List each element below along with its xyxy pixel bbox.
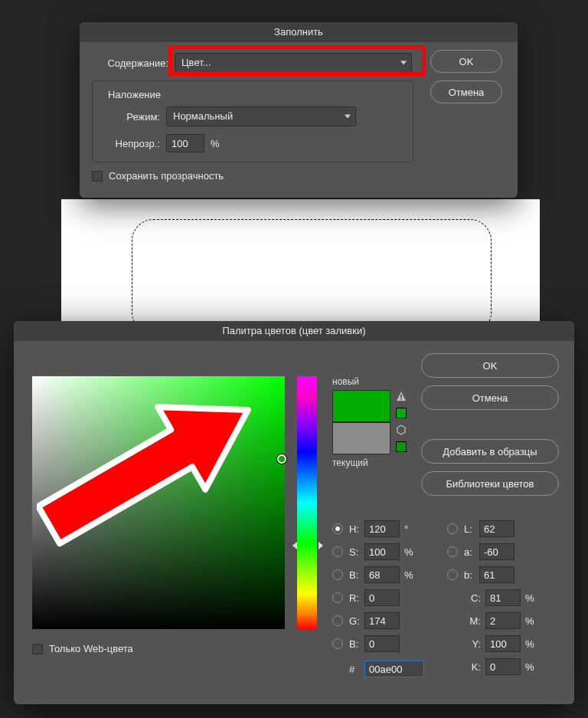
lab-b-label: b: — [464, 569, 479, 581]
hex-label: # — [349, 664, 364, 675]
rgb-r-radio[interactable] — [332, 592, 343, 603]
current-color-swatch[interactable] — [332, 422, 390, 454]
rgb-b-input[interactable] — [364, 635, 400, 652]
c-label: C: — [464, 592, 481, 604]
hue-slider[interactable] — [297, 376, 317, 629]
r-input[interactable] — [364, 589, 400, 606]
s-label: S: — [349, 546, 364, 558]
preserve-transparency-label: Сохранить прозрачность — [109, 170, 224, 182]
hsb-h-radio[interactable] — [332, 523, 343, 534]
gamut-warning-icon[interactable] — [395, 390, 407, 402]
h-input[interactable] — [364, 520, 400, 537]
picker-ok-button[interactable]: OK — [421, 353, 559, 378]
mode-dropdown-value: Нормальный — [173, 110, 233, 122]
opacity-unit: % — [211, 138, 220, 149]
marquee-selection — [132, 219, 492, 334]
blending-legend: Наложение — [105, 89, 164, 100]
hsb-b-radio[interactable] — [332, 569, 343, 580]
lab-b-radio[interactable] — [447, 569, 458, 580]
web-colors-only-checkbox[interactable]: Только Web-цвета — [32, 643, 133, 654]
rgb-g-radio[interactable] — [332, 615, 343, 626]
hue-slider-thumb[interactable] — [292, 542, 323, 549]
mode-dropdown[interactable]: Нормальный — [166, 107, 356, 126]
document-canvas — [61, 199, 540, 329]
opacity-label: Непрозр.: — [102, 138, 166, 149]
m-label: M: — [464, 615, 481, 627]
fill-cancel-button[interactable]: Отмена — [430, 80, 502, 103]
lab-a-radio[interactable] — [447, 546, 458, 557]
g-input[interactable] — [364, 612, 400, 629]
m-input[interactable] — [485, 612, 521, 629]
gamut-snap-swatch[interactable] — [396, 408, 407, 418]
g-label: G: — [349, 615, 364, 627]
y-label: Y: — [464, 638, 481, 650]
l-input[interactable] — [479, 520, 514, 537]
websafe-warning-icon[interactable] — [395, 424, 407, 436]
l-label: L: — [464, 523, 479, 535]
k-label: K: — [464, 661, 481, 673]
h-label: H: — [349, 523, 364, 535]
content-label: Содержание: — [92, 57, 175, 69]
add-to-swatches-button[interactable]: Добавить в образцы — [421, 439, 559, 464]
mode-label: Режим: — [102, 111, 166, 123]
rgb-b-radio[interactable] — [332, 638, 343, 649]
r-label: R: — [349, 592, 364, 604]
saturation-value-field[interactable] — [32, 376, 285, 629]
opacity-input[interactable] — [166, 134, 204, 152]
rgb-b-label: B: — [349, 638, 364, 650]
svg-rect-3 — [400, 398, 401, 399]
sv-cursor-icon — [277, 454, 286, 464]
new-color-label: новый — [332, 376, 390, 387]
chevron-down-icon — [400, 61, 407, 65]
b-label: B: — [349, 569, 364, 581]
chevron-down-icon — [345, 115, 351, 119]
fill-dialog: Заполнить Содержание: Цвет... Наложение … — [80, 22, 518, 198]
websafe-snap-swatch[interactable] — [396, 441, 407, 452]
hex-input[interactable] — [364, 661, 424, 677]
fill-ok-button[interactable]: OK — [430, 50, 502, 73]
color-picker-dialog: Палитра цветов (цвет заливки) новый теку… — [14, 321, 574, 704]
web-colors-only-label: Только Web-цвета — [49, 643, 133, 654]
checkbox-box-icon — [92, 171, 103, 182]
k-input[interactable] — [485, 658, 521, 675]
picker-cancel-button[interactable]: Отмена — [421, 385, 559, 410]
c-input[interactable] — [485, 589, 521, 606]
a-label: a: — [464, 546, 479, 558]
content-dropdown[interactable]: Цвет... — [175, 53, 412, 73]
svg-rect-2 — [400, 395, 401, 398]
y-input[interactable] — [485, 635, 521, 652]
preserve-transparency-checkbox[interactable]: Сохранить прозрачность — [92, 170, 224, 182]
b-input[interactable] — [364, 566, 400, 583]
color-picker-title: Палитра цветов (цвет заливки) — [14, 321, 574, 341]
hsb-s-radio[interactable] — [332, 546, 343, 557]
new-color-swatch — [332, 390, 390, 422]
current-color-label: текущий — [332, 457, 390, 468]
s-input[interactable] — [364, 543, 400, 560]
lab-l-radio[interactable] — [447, 523, 458, 534]
fill-dialog-title: Заполнить — [80, 22, 518, 42]
color-libraries-button[interactable]: Библиотеки цветов — [421, 471, 559, 496]
checkbox-box-icon — [32, 644, 43, 654]
a-input[interactable] — [479, 543, 514, 560]
content-dropdown-value: Цвет... — [181, 57, 211, 68]
lab-b-input[interactable] — [479, 566, 514, 583]
svg-marker-4 — [397, 425, 405, 434]
